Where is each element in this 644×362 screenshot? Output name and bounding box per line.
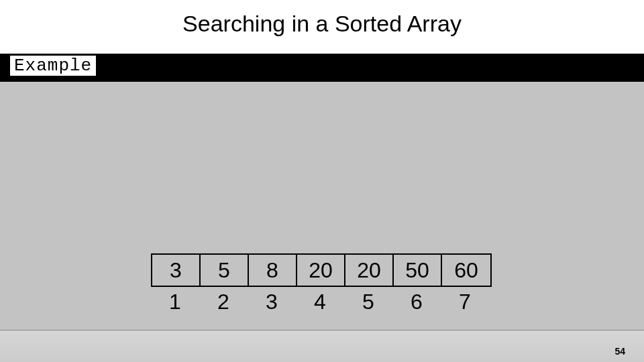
array-index: 3	[248, 287, 296, 316]
page-number: 54	[614, 346, 625, 357]
example-bar: Example	[0, 54, 644, 82]
array-index: 2	[199, 287, 248, 316]
array-index: 5	[344, 287, 392, 316]
slide-title: Searching in a Sorted Array	[0, 0, 644, 37]
array-cell: 50	[394, 255, 442, 286]
array-diagram: 3 5 8 20 20 50 60 1 2 3 4 5 6 7	[151, 253, 492, 316]
array-index: 6	[392, 287, 441, 316]
array-cell: 20	[345, 255, 394, 286]
array-cell: 60	[442, 255, 490, 286]
array-index: 1	[151, 287, 199, 316]
array-cell: 8	[249, 255, 297, 286]
slide: Searching in a Sorted Array Example 3 5 …	[0, 0, 644, 362]
array-cell: 5	[201, 255, 249, 286]
array-values-row: 3 5 8 20 20 50 60	[151, 253, 492, 287]
array-cell: 3	[152, 255, 201, 286]
array-cell: 20	[297, 255, 345, 286]
array-index: 4	[296, 287, 344, 316]
content-area: 3 5 8 20 20 50 60 1 2 3 4 5 6 7	[0, 82, 644, 330]
example-label: Example	[10, 56, 96, 76]
array-indices-row: 1 2 3 4 5 6 7	[151, 287, 492, 316]
array-index: 7	[441, 287, 489, 316]
